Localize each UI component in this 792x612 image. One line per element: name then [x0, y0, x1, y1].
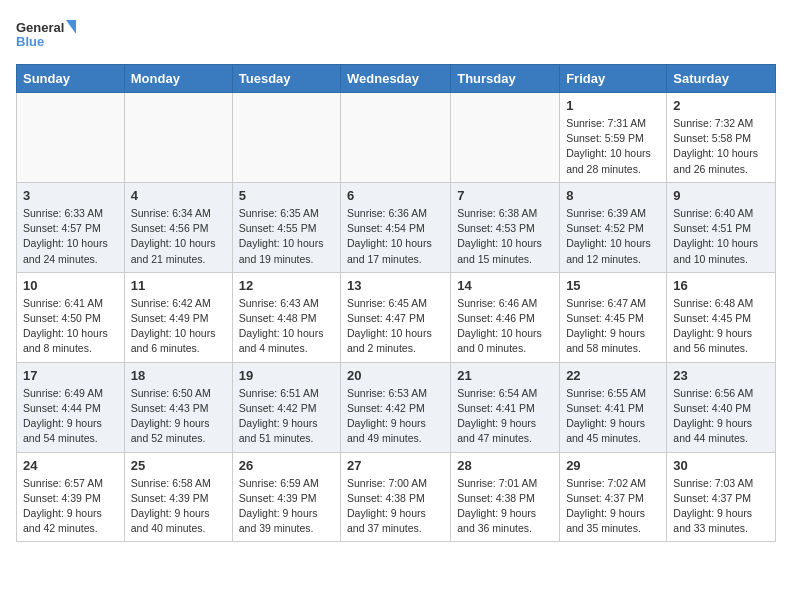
day-number: 5	[239, 188, 334, 203]
day-info: Sunrise: 6:41 AM Sunset: 4:50 PM Dayligh…	[23, 296, 118, 357]
calendar-cell: 7Sunrise: 6:38 AM Sunset: 4:53 PM Daylig…	[451, 182, 560, 272]
day-info: Sunrise: 6:54 AM Sunset: 4:41 PM Dayligh…	[457, 386, 553, 447]
calendar-cell: 15Sunrise: 6:47 AM Sunset: 4:45 PM Dayli…	[560, 272, 667, 362]
calendar-cell	[232, 93, 340, 183]
header: GeneralBlue	[16, 16, 776, 56]
week-row-5: 24Sunrise: 6:57 AM Sunset: 4:39 PM Dayli…	[17, 452, 776, 542]
day-number: 29	[566, 458, 660, 473]
day-info: Sunrise: 6:42 AM Sunset: 4:49 PM Dayligh…	[131, 296, 226, 357]
day-number: 3	[23, 188, 118, 203]
calendar-cell: 28Sunrise: 7:01 AM Sunset: 4:38 PM Dayli…	[451, 452, 560, 542]
calendar-cell: 21Sunrise: 6:54 AM Sunset: 4:41 PM Dayli…	[451, 362, 560, 452]
day-number: 20	[347, 368, 444, 383]
day-info: Sunrise: 6:58 AM Sunset: 4:39 PM Dayligh…	[131, 476, 226, 537]
logo: GeneralBlue	[16, 16, 76, 56]
calendar-cell: 24Sunrise: 6:57 AM Sunset: 4:39 PM Dayli…	[17, 452, 125, 542]
day-info: Sunrise: 7:32 AM Sunset: 5:58 PM Dayligh…	[673, 116, 769, 177]
day-number: 16	[673, 278, 769, 293]
day-info: Sunrise: 6:46 AM Sunset: 4:46 PM Dayligh…	[457, 296, 553, 357]
calendar-cell: 19Sunrise: 6:51 AM Sunset: 4:42 PM Dayli…	[232, 362, 340, 452]
day-number: 11	[131, 278, 226, 293]
day-number: 23	[673, 368, 769, 383]
calendar-cell: 16Sunrise: 6:48 AM Sunset: 4:45 PM Dayli…	[667, 272, 776, 362]
day-info: Sunrise: 6:43 AM Sunset: 4:48 PM Dayligh…	[239, 296, 334, 357]
day-info: Sunrise: 6:45 AM Sunset: 4:47 PM Dayligh…	[347, 296, 444, 357]
svg-marker-2	[66, 20, 76, 34]
day-info: Sunrise: 6:34 AM Sunset: 4:56 PM Dayligh…	[131, 206, 226, 267]
week-row-3: 10Sunrise: 6:41 AM Sunset: 4:50 PM Dayli…	[17, 272, 776, 362]
calendar-cell	[451, 93, 560, 183]
day-info: Sunrise: 7:00 AM Sunset: 4:38 PM Dayligh…	[347, 476, 444, 537]
svg-text:General: General	[16, 20, 64, 35]
calendar-cell: 26Sunrise: 6:59 AM Sunset: 4:39 PM Dayli…	[232, 452, 340, 542]
day-number: 9	[673, 188, 769, 203]
day-number: 26	[239, 458, 334, 473]
day-number: 6	[347, 188, 444, 203]
calendar-cell: 29Sunrise: 7:02 AM Sunset: 4:37 PM Dayli…	[560, 452, 667, 542]
day-info: Sunrise: 6:36 AM Sunset: 4:54 PM Dayligh…	[347, 206, 444, 267]
day-info: Sunrise: 6:50 AM Sunset: 4:43 PM Dayligh…	[131, 386, 226, 447]
day-number: 19	[239, 368, 334, 383]
calendar-cell: 27Sunrise: 7:00 AM Sunset: 4:38 PM Dayli…	[341, 452, 451, 542]
calendar-cell: 30Sunrise: 7:03 AM Sunset: 4:37 PM Dayli…	[667, 452, 776, 542]
day-info: Sunrise: 7:02 AM Sunset: 4:37 PM Dayligh…	[566, 476, 660, 537]
day-info: Sunrise: 7:31 AM Sunset: 5:59 PM Dayligh…	[566, 116, 660, 177]
day-info: Sunrise: 6:48 AM Sunset: 4:45 PM Dayligh…	[673, 296, 769, 357]
day-info: Sunrise: 7:03 AM Sunset: 4:37 PM Dayligh…	[673, 476, 769, 537]
day-info: Sunrise: 6:55 AM Sunset: 4:41 PM Dayligh…	[566, 386, 660, 447]
day-info: Sunrise: 6:33 AM Sunset: 4:57 PM Dayligh…	[23, 206, 118, 267]
calendar-cell: 20Sunrise: 6:53 AM Sunset: 4:42 PM Dayli…	[341, 362, 451, 452]
day-number: 2	[673, 98, 769, 113]
weekday-header-monday: Monday	[124, 65, 232, 93]
calendar-cell: 18Sunrise: 6:50 AM Sunset: 4:43 PM Dayli…	[124, 362, 232, 452]
weekday-header-thursday: Thursday	[451, 65, 560, 93]
calendar-cell: 1Sunrise: 7:31 AM Sunset: 5:59 PM Daylig…	[560, 93, 667, 183]
day-number: 12	[239, 278, 334, 293]
day-info: Sunrise: 7:01 AM Sunset: 4:38 PM Dayligh…	[457, 476, 553, 537]
day-number: 21	[457, 368, 553, 383]
calendar-cell: 5Sunrise: 6:35 AM Sunset: 4:55 PM Daylig…	[232, 182, 340, 272]
calendar-cell: 6Sunrise: 6:36 AM Sunset: 4:54 PM Daylig…	[341, 182, 451, 272]
day-number: 25	[131, 458, 226, 473]
day-number: 18	[131, 368, 226, 383]
calendar-cell: 4Sunrise: 6:34 AM Sunset: 4:56 PM Daylig…	[124, 182, 232, 272]
calendar-cell: 13Sunrise: 6:45 AM Sunset: 4:47 PM Dayli…	[341, 272, 451, 362]
calendar-cell: 10Sunrise: 6:41 AM Sunset: 4:50 PM Dayli…	[17, 272, 125, 362]
day-info: Sunrise: 6:53 AM Sunset: 4:42 PM Dayligh…	[347, 386, 444, 447]
day-number: 28	[457, 458, 553, 473]
day-number: 10	[23, 278, 118, 293]
week-row-2: 3Sunrise: 6:33 AM Sunset: 4:57 PM Daylig…	[17, 182, 776, 272]
day-info: Sunrise: 6:35 AM Sunset: 4:55 PM Dayligh…	[239, 206, 334, 267]
day-info: Sunrise: 6:59 AM Sunset: 4:39 PM Dayligh…	[239, 476, 334, 537]
day-number: 22	[566, 368, 660, 383]
svg-text:Blue: Blue	[16, 34, 44, 49]
day-info: Sunrise: 6:49 AM Sunset: 4:44 PM Dayligh…	[23, 386, 118, 447]
calendar-cell: 14Sunrise: 6:46 AM Sunset: 4:46 PM Dayli…	[451, 272, 560, 362]
day-number: 15	[566, 278, 660, 293]
day-number: 27	[347, 458, 444, 473]
calendar-cell: 23Sunrise: 6:56 AM Sunset: 4:40 PM Dayli…	[667, 362, 776, 452]
day-info: Sunrise: 6:56 AM Sunset: 4:40 PM Dayligh…	[673, 386, 769, 447]
calendar-cell: 11Sunrise: 6:42 AM Sunset: 4:49 PM Dayli…	[124, 272, 232, 362]
day-number: 30	[673, 458, 769, 473]
week-row-1: 1Sunrise: 7:31 AM Sunset: 5:59 PM Daylig…	[17, 93, 776, 183]
day-number: 4	[131, 188, 226, 203]
calendar-cell	[124, 93, 232, 183]
weekday-header-saturday: Saturday	[667, 65, 776, 93]
calendar-cell: 9Sunrise: 6:40 AM Sunset: 4:51 PM Daylig…	[667, 182, 776, 272]
weekday-header-sunday: Sunday	[17, 65, 125, 93]
calendar-cell: 22Sunrise: 6:55 AM Sunset: 4:41 PM Dayli…	[560, 362, 667, 452]
calendar-cell: 25Sunrise: 6:58 AM Sunset: 4:39 PM Dayli…	[124, 452, 232, 542]
day-info: Sunrise: 6:47 AM Sunset: 4:45 PM Dayligh…	[566, 296, 660, 357]
day-info: Sunrise: 6:38 AM Sunset: 4:53 PM Dayligh…	[457, 206, 553, 267]
calendar-cell: 2Sunrise: 7:32 AM Sunset: 5:58 PM Daylig…	[667, 93, 776, 183]
calendar-cell: 8Sunrise: 6:39 AM Sunset: 4:52 PM Daylig…	[560, 182, 667, 272]
calendar-cell: 17Sunrise: 6:49 AM Sunset: 4:44 PM Dayli…	[17, 362, 125, 452]
weekday-header-friday: Friday	[560, 65, 667, 93]
calendar-cell	[341, 93, 451, 183]
day-number: 13	[347, 278, 444, 293]
week-row-4: 17Sunrise: 6:49 AM Sunset: 4:44 PM Dayli…	[17, 362, 776, 452]
day-info: Sunrise: 6:39 AM Sunset: 4:52 PM Dayligh…	[566, 206, 660, 267]
calendar-cell: 12Sunrise: 6:43 AM Sunset: 4:48 PM Dayli…	[232, 272, 340, 362]
calendar-cell	[17, 93, 125, 183]
